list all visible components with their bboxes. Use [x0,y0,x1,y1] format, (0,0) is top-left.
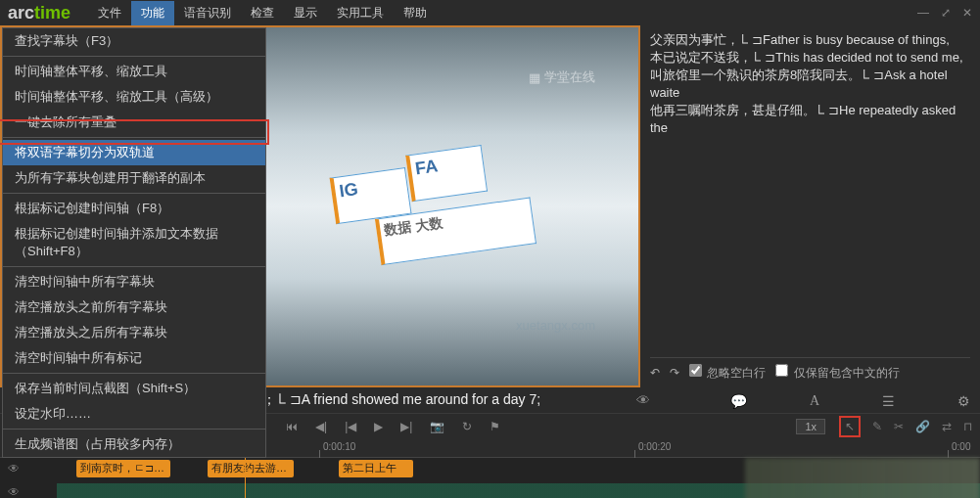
blur-overlay [745,458,980,498]
marker-icon[interactable]: ⚑ [490,420,500,433]
dropdown-separator [3,56,265,57]
next-frame-icon[interactable]: ▶| [400,420,412,433]
dropdown-item[interactable]: 查找字幕块（F3） [3,28,265,54]
undo-icon[interactable]: ↶ [650,366,660,380]
prev-marker-icon[interactable]: ⏮ [286,420,298,433]
edit-tools: ↖ ✎ ✂ 🔗 ⇄ ⊓ [839,416,972,437]
main-menu: 文件功能语音识别检查显示实用工具帮助 [88,1,437,25]
step-back-icon[interactable]: ◀| [315,420,327,433]
transcript-panel: 父亲因为事忙，㇄⊐Father is busy because of thing… [640,25,980,387]
transcript-text: 父亲因为事忙，㇄⊐Father is busy because of thing… [650,31,970,137]
dropdown-item[interactable]: 清空时间轴中所有标记 [3,345,265,371]
redo-icon[interactable]: ↷ [670,366,679,380]
dropdown-separator [3,373,265,374]
dropdown-item[interactable]: 时间轴整体平移、缩放工具 [3,59,265,84]
track-visibility-icon[interactable]: 👁 [8,462,20,475]
dropdown-item[interactable]: 为所有字幕块创建用于翻译的副本 [3,165,265,191]
subtitle-clip[interactable]: 到南京时，ㄷ⊐… [76,460,170,477]
transport-controls: ⏮ ◀| |◀ ▶ ▶| 📷 ↻ ⚑ [286,420,500,433]
font-style-icon[interactable]: A [810,393,819,409]
menu-item[interactable]: 文件 [88,1,131,25]
video-preview: ▦ 学堂在线 xuetangx.com IG FA 数据 大数 查找字幕块（F3… [0,25,640,387]
cut-icon[interactable]: ✂ [894,420,904,433]
gear-icon[interactable]: ⚙ [957,393,970,409]
selection-tool-icon[interactable]: ↖ [839,416,861,437]
dropdown-item[interactable]: 清空播放头之前所有字幕块 [3,294,265,320]
functions-dropdown: 查找字幕块（F3）时间轴整体平移、缩放工具时间轴整体平移、缩放工具（高级）一键去… [2,27,266,458]
dropdown-item[interactable]: 时间轴整体平移、缩放工具（高级） [3,84,265,110]
menu-item[interactable]: 显示 [284,1,327,25]
list-icon[interactable]: ☰ [882,393,895,409]
close-icon[interactable]: ✕ [962,6,972,20]
menu-item[interactable]: 功能 [131,1,174,25]
chat-icon[interactable]: 💬 [730,393,747,409]
edit-icon[interactable]: ✎ [872,420,882,433]
watermark-domain: xuetangx.com [516,318,595,333]
align-icon[interactable]: ⇄ [942,420,952,433]
menu-item[interactable]: 帮助 [394,1,437,25]
dropdown-item[interactable]: 清空播放头之后所有字幕块 [3,320,265,345]
dropdown-item[interactable]: 设定水印…… [3,401,265,427]
dropdown-separator [3,137,265,138]
menu-item[interactable]: 语音识别 [174,1,241,25]
track-visibility-icon[interactable]: 👁 [8,485,20,498]
dropdown-item[interactable]: 保存当前时间点截图（Shift+S） [3,376,265,401]
visibility-icon[interactable]: 👁 [636,392,650,408]
dropdown-item[interactable]: 清空时间轴中所有字幕块 [3,269,265,294]
transcript-toolbar: ↶ ↷ 忽略空白行 仅保留包含中文的行 [650,357,970,382]
minimize-icon[interactable]: — [917,6,929,20]
maximize-icon[interactable]: ⤢ [941,6,951,20]
loop-icon[interactable]: ↻ [462,420,472,433]
link-icon[interactable]: 🔗 [915,420,930,433]
subtitle-clip[interactable]: 第二日上午 [339,460,413,477]
dropdown-item[interactable]: 根据标记创建时间轴并添加文本数据（Shift+F8） [3,221,265,264]
dropdown-item[interactable]: 将双语字幕切分为双轨道 [3,140,265,165]
camera-icon[interactable]: 📷 [430,420,444,433]
play-icon[interactable]: ▶ [374,420,383,433]
app-logo: arctime [8,3,70,23]
dropdown-item[interactable]: 一键去除所有重叠 [3,110,265,135]
dropdown-item[interactable]: 根据标记创建时间轴（F8） [3,196,265,221]
magnet-icon[interactable]: ⊓ [963,420,972,433]
ignore-blank-checkbox[interactable]: 忽略空白行 [689,364,766,382]
window-controls: — ⤢ ✕ [917,6,972,20]
watermark-logo: ▦ 学堂在线 [529,68,595,86]
menu-item[interactable]: 检查 [241,1,284,25]
subtitle-clip[interactable]: 有朋友约去游… [208,460,294,477]
prev-frame-icon[interactable]: |◀ [345,420,356,433]
dropdown-separator [3,266,265,267]
format-toolbar: 💬 A ☰ ⚙ [730,393,970,409]
menu-item[interactable]: 实用工具 [327,1,394,25]
dropdown-separator [3,193,265,194]
dropdown-item[interactable]: 生成频谱图（占用较多内存） [3,431,265,457]
keep-chinese-checkbox[interactable]: 仅保留包含中文的行 [775,364,899,382]
dropdown-separator [3,429,265,430]
playback-speed[interactable]: 1x [796,419,825,434]
